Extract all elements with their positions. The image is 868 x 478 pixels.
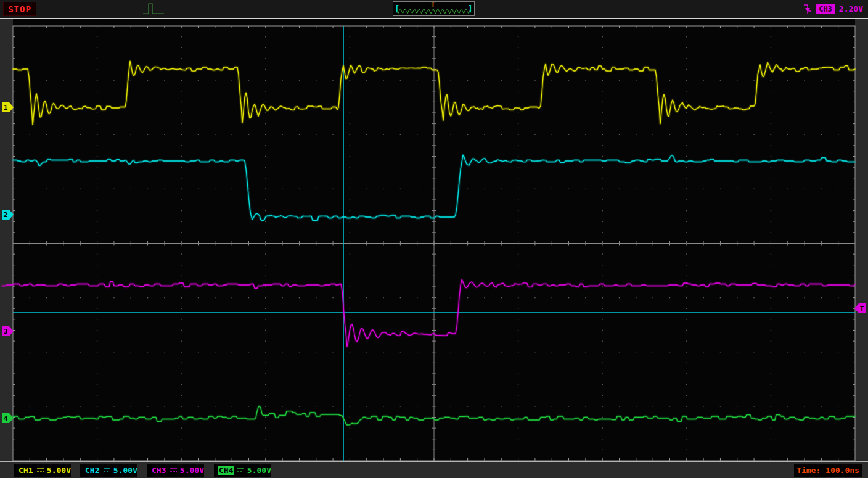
channel1-volts-per-div: 5.00V [47, 466, 71, 475]
oscilloscope-screen: 1234T STOP [ ] T CH3 2.20V CH1 5.00V [0, 0, 868, 478]
channel4-volts-per-div: 5.00V [247, 466, 271, 475]
channel1-badge[interactable]: CH1 5.00V [14, 464, 71, 477]
trigger-source-badge[interactable]: CH3 [816, 4, 835, 14]
trigger-status-cluster: CH3 2.20V [802, 0, 863, 18]
preview-trigger-position-marker[interactable]: T [431, 1, 435, 9]
graticule [13, 26, 855, 461]
svg-text:4: 4 [4, 414, 8, 422]
channel3-badge[interactable]: CH3 5.00V [147, 464, 204, 477]
channel4-badge[interactable]: CH4 5.00V [214, 464, 271, 477]
run-state-indicator[interactable]: STOP [3, 2, 36, 16]
waveform-preview-bar[interactable]: [ ] T [393, 1, 475, 16]
bottom-status-bar: CH1 5.00V CH2 5.00V CH3 5.00V CH4 5.00V … [0, 461, 868, 478]
waveform-display[interactable]: 1234T [0, 0, 868, 478]
timebase-readout[interactable]: Time: 100.0ns [794, 464, 862, 477]
dc-coupling-icon [36, 467, 43, 474]
channel4-label: CH4 [218, 466, 234, 475]
ch2-position-marker[interactable]: 2 [2, 210, 14, 220]
channel3-volts-per-div: 5.00V [180, 466, 204, 475]
channel2-volts-per-div: 5.00V [113, 466, 137, 475]
svg-text:2: 2 [4, 211, 8, 219]
pulse-trigger-icon [142, 1, 165, 17]
svg-text:1: 1 [4, 104, 8, 112]
dc-coupling-icon [237, 467, 244, 474]
falling-edge-trigger-icon [802, 2, 812, 16]
ch3-position-marker[interactable]: 3 [2, 326, 14, 336]
dc-coupling-icon [103, 467, 110, 474]
trigger-level-marker[interactable]: T [854, 303, 866, 313]
ch3-trace [2, 279, 855, 347]
preview-right-bracket[interactable]: ] [468, 4, 473, 14]
channel3-label: CH3 [151, 466, 166, 475]
svg-text:T: T [860, 305, 864, 313]
channel2-badge[interactable]: CH2 5.00V [80, 464, 137, 477]
top-status-bar: STOP [ ] T CH3 2.20V [0, 0, 868, 19]
ch4-position-marker[interactable]: 4 [2, 413, 14, 423]
channel2-label: CH2 [84, 466, 100, 475]
channel1-label: CH1 [18, 466, 33, 475]
trigger-level-readout: 2.20V [839, 4, 863, 14]
svg-text:3: 3 [4, 328, 8, 336]
ch1-position-marker[interactable]: 1 [2, 102, 14, 112]
dc-coupling-icon [170, 467, 176, 474]
